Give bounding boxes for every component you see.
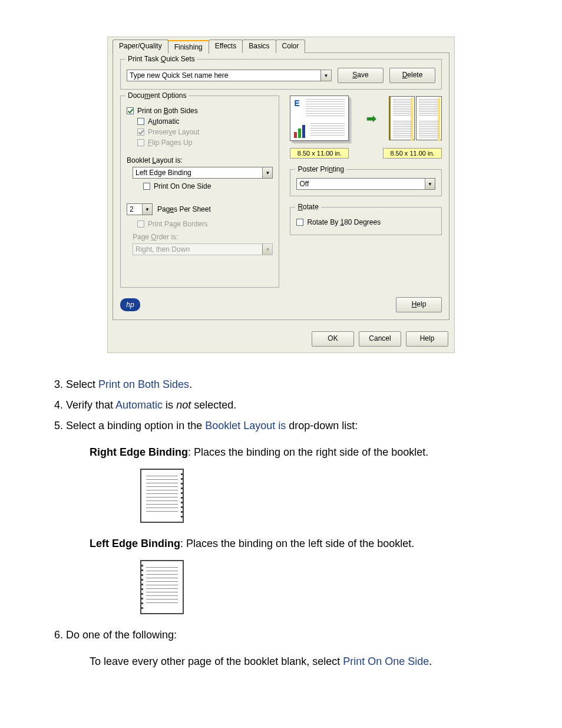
inner-help-button[interactable]: Help [396,297,442,312]
left-edge-binding-text: Left Edge Binding: Places the binding on… [90,536,527,552]
page-order-label: Page Order is: [133,233,273,241]
size-label-1: 8.50 x 11.00 in. [290,148,349,159]
chevron-down-icon: ▼ [425,179,435,189]
arrow-right-icon: ➡ [366,111,376,126]
checkbox-icon [137,139,144,146]
print-one-side-checkbox[interactable]: Print On One Side [143,182,273,190]
tab-panel: Print Task Quick Sets ▼ Save Delete Docu… [113,52,449,320]
quick-set-dropdown-button[interactable]: ▼ [321,70,332,81]
print-both-sides-checkbox[interactable]: Print on Both Sides [127,107,273,115]
step-6: Do one of the following: [66,627,527,643]
poster-printing-legend: Poster Printing [295,165,346,173]
print-dialog: Paper/Quality Finishing Effects Basics C… [107,37,455,353]
checkbox-icon [137,129,144,136]
page-preview-single: E [290,95,349,141]
tab-strip: Paper/Quality Finishing Effects Basics C… [108,37,454,53]
rotate-legend: Rotate [295,203,320,211]
checkbox-icon [137,220,144,228]
pages-per-sheet-label: Pages Per Sheet [157,205,211,213]
instructions: Select Print on Both Sides. Verify that … [0,377,562,697]
right-binding-thumbnail [140,469,184,523]
preserve-layout-checkbox: Preserve Layout [137,128,273,136]
right-edge-binding-text: Right Edge Binding: Places the binding o… [90,444,527,460]
left-binding-thumbnail [140,560,184,614]
step-5: Select a binding option in the Booklet L… [66,418,527,434]
checkbox-icon [137,118,144,125]
step-4: Verify that Automatic is not selected. [66,397,527,413]
checkbox-icon [296,219,303,226]
hp-logo-icon: hp [120,298,140,311]
automatic-checkbox[interactable]: Automatic [137,117,273,126]
help-button[interactable]: Help [406,331,448,347]
rotate-group: Rotate Rotate By 180 Degrees [290,207,442,235]
flip-pages-up-checkbox: Flip Pages Up [137,139,273,147]
tab-paper-quality[interactable]: Paper/Quality [113,39,168,53]
page-order-select: Right, then Down ▼ [133,243,273,255]
document-options-legend: Document Options [125,91,189,100]
rotate-180-checkbox[interactable]: Rotate By 180 Degrees [296,218,435,226]
quick-set-name-input[interactable] [127,70,321,81]
chevron-down-icon: ▼ [262,244,272,255]
delete-button[interactable]: Delete [389,68,435,83]
poster-printing-select[interactable]: Off ▼ [296,178,435,190]
booklet-layout-label: Booklet Layout is: [127,156,273,164]
document-options-group: Document Options Print on Both Sides Aut… [120,95,279,288]
step-3: Select Print on Both Sides. [66,377,527,393]
print-page-borders-checkbox: Print Page Borders [137,220,273,228]
poster-printing-group: Poster Printing Off ▼ [290,169,442,196]
preview-row: E ➡ [290,95,442,141]
tab-effects[interactable]: Effects [209,39,243,53]
page-preview-duplex [389,96,442,140]
chevron-down-icon: ▼ [262,167,272,178]
booklet-layout-select[interactable]: Left Edge Binding ▼ [133,167,273,179]
save-button[interactable]: Save [338,68,384,83]
checkbox-icon [127,107,134,114]
tab-finishing[interactable]: Finishing [168,40,209,54]
cancel-button[interactable]: Cancel [359,331,401,347]
ok-button[interactable]: OK [312,331,354,347]
checkbox-icon [143,183,150,190]
tab-color[interactable]: Color [276,39,306,53]
tab-basics[interactable]: Basics [242,39,276,53]
pages-per-sheet-select[interactable]: 2 ▼ [127,203,153,215]
dialog-button-row: OK Cancel Help [108,325,454,353]
step-6-sub: To leave every other page of the booklet… [90,654,527,670]
size-label-2: 8.50 x 11.00 in. [383,148,442,159]
chevron-down-icon: ▼ [142,204,152,215]
quick-sets-legend: Print Task Quick Sets [125,55,197,63]
quick-sets-group: Print Task Quick Sets ▼ Save Delete [120,59,442,90]
